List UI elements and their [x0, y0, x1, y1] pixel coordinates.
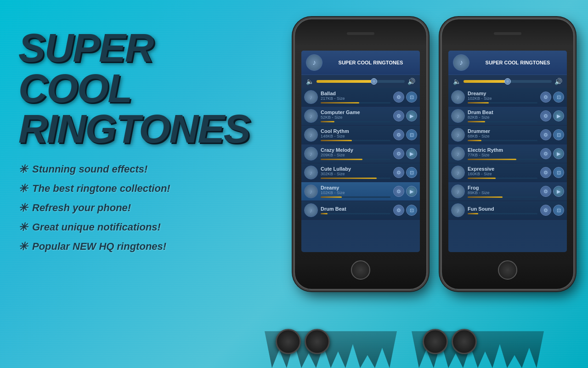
song-item[interactable]: ♪ Expressive 160KB - Size ⚙ ⊡	[448, 163, 567, 182]
song-actions: ⚙ ▶	[393, 110, 417, 121]
song-actions: ⚙ ▶	[393, 148, 417, 159]
song-actions: ⚙ ▶	[540, 186, 564, 197]
star-icon: ✳	[18, 163, 28, 176]
play-button[interactable]: ▶	[553, 186, 564, 197]
song-info: Crazy Melody 209KB - Size	[321, 147, 390, 160]
song-name: Dreamy	[468, 91, 537, 96]
gear-button[interactable]: ⚙	[393, 205, 404, 216]
slider-thumb-2[interactable]	[504, 78, 511, 85]
play-button[interactable]: ⊡	[553, 129, 564, 140]
gear-button[interactable]: ⚙	[393, 148, 404, 159]
feature-item: ✳Great unique notifications!	[18, 221, 225, 234]
song-actions: ⚙ ⊡	[540, 129, 564, 140]
song-thumb: ♪	[451, 203, 465, 217]
app-title: SUPER COOL RINGTONES	[18, 28, 225, 149]
gear-button[interactable]: ⚙	[393, 186, 404, 197]
song-progress	[321, 102, 390, 104]
song-name: Dreamy	[321, 185, 390, 190]
song-name: Crazy Melody	[321, 147, 390, 153]
play-button[interactable]: ⊡	[553, 167, 564, 178]
play-button[interactable]: ▶	[406, 148, 417, 159]
song-size: 68KB - Size	[468, 134, 537, 138]
song-progress-fill	[321, 159, 362, 160]
song-progress	[321, 159, 390, 160]
song-progress	[468, 196, 537, 198]
vol-low-icon-2: 🔈	[453, 78, 461, 85]
gear-button[interactable]: ⚙	[393, 110, 404, 121]
song-progress	[468, 178, 537, 179]
play-button[interactable]: ▶	[553, 148, 564, 159]
slider-track-1[interactable]	[317, 80, 405, 83]
song-progress-fill	[321, 196, 342, 198]
play-button[interactable]: ▶	[406, 110, 417, 121]
song-info: Drum Beat	[321, 206, 390, 214]
song-item[interactable]: ♪ Frog 89KB - Size ⚙ ▶	[448, 182, 567, 201]
song-size: 82KB - Size	[468, 115, 537, 120]
play-button[interactable]: ⊡	[406, 92, 417, 103]
song-item[interactable]: ♪ Dreamy 102KB - Size ⚙ ⊡	[448, 88, 567, 107]
gear-button[interactable]: ⚙	[393, 129, 404, 140]
gear-button[interactable]: ⚙	[540, 129, 551, 140]
song-item[interactable]: ♪ Dreamy 102KB - Size ⚙ ▶	[301, 182, 420, 201]
play-button[interactable]: ⊡	[406, 129, 417, 140]
song-item[interactable]: ♪ Drum Beat ⚙ ⊡	[301, 201, 420, 220]
gear-button[interactable]: ⚙	[540, 205, 551, 216]
song-progress	[321, 196, 390, 198]
song-info: Drum Beat 82KB - Size	[468, 109, 537, 122]
song-item[interactable]: ♪ Cool Rythm 148KB - Size ⚙ ⊡	[301, 126, 420, 144]
gear-button[interactable]: ⚙	[540, 148, 551, 159]
song-actions: ⚙ ⊡	[540, 167, 564, 178]
song-thumb: ♪	[451, 166, 465, 179]
song-progress-fill	[321, 102, 359, 104]
song-actions: ⚙ ⊡	[393, 167, 417, 178]
speaker-left-2	[423, 329, 448, 354]
play-button[interactable]: ⊡	[406, 167, 417, 178]
song-item[interactable]: ♪ Computer Game 52KB - Size ⚙ ▶	[301, 107, 420, 126]
song-progress-fill	[468, 121, 485, 122]
slider-fill-2	[464, 80, 508, 83]
gear-button[interactable]: ⚙	[393, 92, 404, 103]
slider-track-2[interactable]	[464, 80, 552, 83]
song-thumb: ♪	[304, 128, 318, 142]
vol-high-icon-1: 🔊	[407, 78, 415, 85]
volume-bar-1[interactable]: 🔈 🔊	[301, 75, 420, 88]
play-button[interactable]: ▶	[406, 186, 417, 197]
gear-button[interactable]: ⚙	[393, 167, 404, 178]
phone-home-1[interactable]	[351, 260, 370, 280]
gear-button[interactable]: ⚙	[540, 167, 551, 178]
feature-item: ✳Refresh your phone!	[18, 201, 225, 214]
features-list: ✳Stunning sound effects!✳The best ringto…	[18, 163, 225, 253]
song-thumb: ♪	[451, 90, 465, 104]
phone-home-2[interactable]	[498, 260, 517, 280]
song-item[interactable]: ♪ Fun Sound ⚙ ⊡	[448, 201, 567, 220]
speaker-left-1	[276, 329, 301, 354]
slider-thumb-1[interactable]	[371, 78, 377, 85]
screen-header-2: ♪ SUPER COOL RINGTONES	[448, 51, 567, 75]
song-actions: ⚙ ▶	[540, 148, 564, 159]
song-size: 77KB - Size	[468, 153, 537, 157]
song-item[interactable]: ♪ Ballad 217KB - Size ⚙ ⊡	[301, 88, 420, 107]
song-thumb: ♪	[304, 147, 318, 161]
feature-item: ✳The best ringtone collection!	[18, 182, 225, 195]
feature-item: ✳Popular NEW HQ ringtones!	[18, 240, 225, 253]
play-button[interactable]: ⊡	[553, 205, 564, 216]
header-icon-2: ♪	[453, 54, 469, 71]
play-button[interactable]: ⊡	[553, 92, 564, 103]
play-button[interactable]: ⊡	[406, 205, 417, 216]
song-item[interactable]: ♪ Electric Rythm 77KB - Size ⚙ ▶	[448, 144, 567, 163]
volume-bar-2[interactable]: 🔈 🔊	[448, 75, 567, 88]
gear-button[interactable]: ⚙	[540, 186, 551, 197]
gear-button[interactable]: ⚙	[540, 92, 551, 103]
song-item[interactable]: ♪ Drum Beat 82KB - Size ⚙ ▶	[448, 107, 567, 126]
play-button[interactable]: ▶	[553, 110, 564, 121]
gear-button[interactable]: ⚙	[540, 110, 551, 121]
song-progress-fill	[468, 213, 478, 214]
song-item[interactable]: ♪ Cute Lullaby 302KB - Size ⚙ ⊡	[301, 163, 420, 182]
song-item[interactable]: ♪ Crazy Melody 209KB - Size ⚙ ▶	[301, 144, 420, 163]
song-item[interactable]: ♪ Drummer 68KB - Size ⚙ ⊡	[448, 126, 567, 144]
vol-high-icon-2: 🔊	[554, 78, 562, 85]
song-progress	[321, 121, 390, 122]
song-name: Drum Beat	[468, 109, 537, 115]
phone-speaker-1	[347, 32, 374, 35]
speaker-right-1	[305, 329, 330, 354]
